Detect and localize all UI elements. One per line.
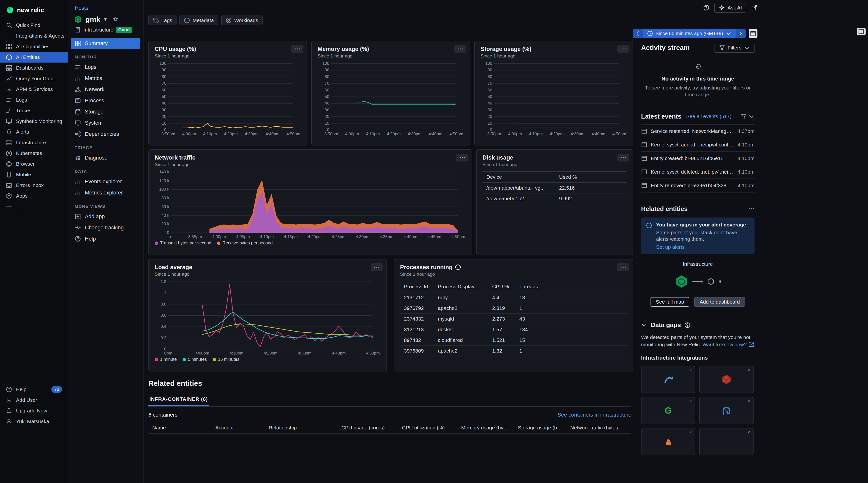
see-containers-link[interactable]: See containers in infrastructure — [558, 412, 631, 418]
sidebar-item-apps[interactable]: Apps — [0, 190, 68, 201]
related-menu-button[interactable] — [748, 206, 754, 212]
integration-card[interactable]: × — [641, 366, 695, 393]
entity-nav-system[interactable]: System — [71, 117, 140, 128]
sidebar-item-mobile[interactable]: Mobile — [0, 169, 68, 180]
sidebar-item-logs[interactable]: Logs — [0, 95, 68, 105]
table-row[interactable]: 3121213docker1.57134 — [400, 325, 627, 335]
event-row[interactable]: Service restarted: NetworkManager-dispat… — [641, 125, 754, 138]
newrelic-logo[interactable]: new relic — [0, 4, 68, 20]
card-menu-button[interactable] — [371, 263, 382, 271]
events-filter-button[interactable] — [741, 113, 754, 120]
sidebar-item-synthetic-monitoring[interactable]: Synthetic Monitoring — [0, 116, 68, 127]
sidebar-item-all-capabilities[interactable]: All Capabilities — [0, 41, 68, 52]
column-header[interactable]: Process Display Name — [434, 284, 488, 290]
column-header[interactable]: Used % — [555, 174, 589, 180]
set-up-alerts-link[interactable]: Set up alerts — [656, 244, 685, 250]
sidebar-footer-upgrade-now[interactable]: Upgrade Now — [0, 405, 68, 416]
entity-nav-metrics[interactable]: Metrics — [71, 73, 140, 84]
entity-nav-storage[interactable]: Storage — [71, 106, 140, 117]
host-node-icon[interactable] — [674, 274, 689, 289]
entity-nav-logs[interactable]: Logs — [71, 62, 140, 73]
close-icon[interactable]: × — [689, 429, 692, 435]
integration-card[interactable]: × — [699, 397, 753, 424]
calendar-button[interactable] — [749, 29, 757, 38]
table-row[interactable]: 3976809apache21.321 — [400, 346, 627, 356]
column-header[interactable]: Process Id — [400, 284, 434, 290]
column-header[interactable]: Memory usage (bytes) — [457, 425, 514, 431]
sidebar-item-traces[interactable]: Traces — [0, 105, 68, 116]
panel-toggle-button[interactable] — [857, 28, 866, 35]
legend-item[interactable]: 1 minute — [155, 357, 177, 362]
sidebar-footer-add-user[interactable]: Add User — [0, 395, 68, 405]
column-header[interactable]: Threads — [516, 284, 550, 290]
card-menu-button[interactable] — [456, 154, 468, 161]
legend-item[interactable]: 15 minutes — [213, 357, 239, 362]
entity-nav-summary[interactable]: Summary — [71, 38, 140, 49]
share-button[interactable] — [751, 5, 757, 11]
sidebar-item-query-your-data[interactable]: Query Your Data — [0, 73, 68, 84]
time-forward-button[interactable] — [736, 29, 746, 38]
sidebar-item-alerts[interactable]: Alerts — [0, 127, 68, 137]
sidebar-footer-help[interactable]: Help70 — [0, 384, 68, 395]
see-full-map-button[interactable]: See full map — [651, 297, 689, 307]
entity-nav-dependencies[interactable]: Dependencies — [71, 128, 140, 140]
workloads-button[interactable]: Workloads — [221, 16, 262, 25]
container-node-icon[interactable] — [707, 278, 715, 285]
entity-nav-add-app[interactable]: Add app — [71, 211, 140, 222]
column-header[interactable]: Account — [211, 425, 265, 431]
time-back-button[interactable] — [633, 29, 643, 38]
time-range-button[interactable]: Since 60 minutes ago (GMT+9) — [643, 29, 736, 38]
column-header[interactable]: CPU % — [488, 284, 516, 290]
breadcrumb[interactable]: Hosts — [68, 5, 143, 11]
data-gaps-header[interactable]: Data gaps — [641, 321, 754, 329]
close-icon[interactable]: × — [747, 398, 750, 404]
table-row[interactable]: /dev/mapper/ubuntu--vg...22.516 — [483, 183, 627, 193]
card-menu-button[interactable] — [291, 45, 303, 53]
entity-nav-events-explorer[interactable]: Events explorer — [71, 176, 140, 187]
sidebar-item-quick-find[interactable]: Quick Find — [0, 20, 68, 31]
sidebar-footer-yuki-matsuaka[interactable]: Yuki Matsuaka — [0, 416, 68, 427]
column-header[interactable]: CPU usage (cores) — [338, 425, 398, 431]
integration-card[interactable]: × — [699, 428, 753, 455]
card-menu-button[interactable] — [617, 154, 629, 161]
metadata-button[interactable]: Metadata — [179, 16, 218, 25]
card-menu-button[interactable] — [617, 45, 629, 53]
table-row[interactable]: 2131712ruby4.413 — [400, 293, 627, 303]
favorite-star-button[interactable] — [113, 16, 119, 23]
entity-nav-metrics-explorer[interactable]: Metrics explorer — [71, 187, 140, 198]
chevron-down-icon[interactable]: ▼ — [103, 17, 107, 22]
close-icon[interactable]: × — [747, 367, 750, 373]
add-to-dashboard-button[interactable]: Add to dashboard — [694, 297, 745, 307]
want-to-know-link[interactable]: Want to know how? — [703, 341, 754, 348]
sidebar-item-kubernetes[interactable]: Kubernetes — [0, 148, 68, 158]
sidebar-item-browser[interactable]: Browser — [0, 158, 68, 169]
event-row[interactable]: Kernel sysctl deleted: .net.ipv4.neigh.b… — [641, 165, 754, 179]
entity-nav-network[interactable]: Network — [71, 84, 140, 95]
close-icon[interactable]: × — [689, 367, 692, 373]
integration-card[interactable]: G× — [641, 397, 695, 424]
column-header[interactable]: Name — [148, 425, 211, 431]
event-row[interactable]: Kernel sysctl added: .net.ipv4.conf.br-9… — [641, 138, 754, 152]
sidebar-item-errors-inbox[interactable]: Errors Inbox — [0, 180, 68, 190]
sidebar-item-apm-services[interactable]: APM & Services — [0, 84, 68, 95]
sidebar-item-all-entities[interactable]: All Entities — [0, 52, 68, 63]
help-circle-button[interactable] — [703, 5, 709, 11]
close-icon[interactable]: × — [747, 429, 750, 435]
entity-nav-process[interactable]: Process — [71, 95, 140, 106]
card-menu-button[interactable] — [454, 45, 466, 53]
column-header[interactable]: CPU utilization (%) — [398, 425, 457, 431]
legend-item[interactable]: Receive bytes per second — [217, 241, 273, 246]
table-row[interactable]: /dev/nvme0n1p29.992 — [483, 193, 627, 204]
legend-item[interactable]: 5 minutes — [183, 357, 207, 362]
filters-button[interactable]: Filters — [715, 43, 754, 53]
tags-button[interactable]: Tags — [148, 16, 177, 25]
ask-ai-button[interactable]: Ask AI — [714, 3, 746, 12]
column-header[interactable]: Storage usage (bytes) — [514, 425, 566, 431]
see-all-events-link[interactable]: See all events (517) — [686, 114, 736, 119]
integration-card[interactable]: × — [699, 366, 753, 393]
event-row[interactable]: Entity removed: br-e29e1b04f3284:10pm — [641, 179, 754, 192]
close-icon[interactable]: × — [689, 398, 692, 404]
entity-nav-change-tracking[interactable]: Change tracking — [71, 222, 140, 233]
table-row[interactable]: 3976792apache22.8191 — [400, 303, 627, 314]
column-header[interactable]: Relationship — [265, 425, 338, 431]
